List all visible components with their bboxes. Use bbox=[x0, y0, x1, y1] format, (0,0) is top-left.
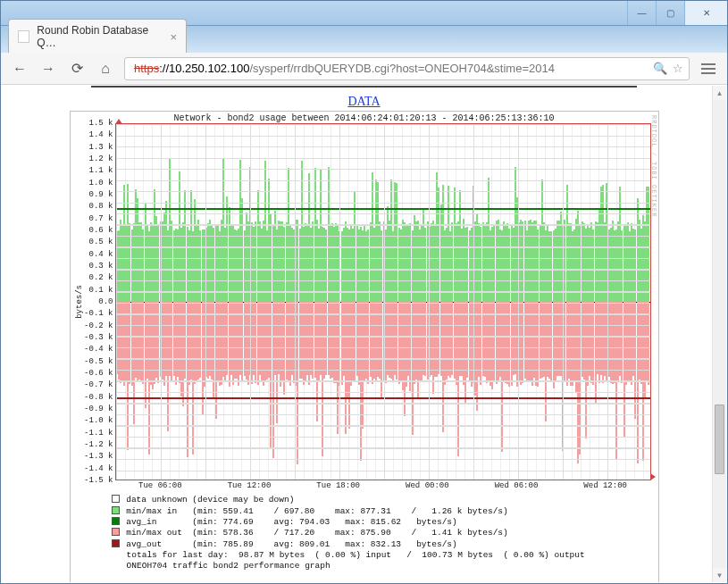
x-tick: Tue 06:00 bbox=[138, 481, 182, 490]
y-tick: 0.1 k bbox=[88, 286, 113, 295]
y-tick: 0.0 bbox=[98, 297, 113, 306]
reload-icon: ⟳ bbox=[71, 60, 83, 77]
scroll-up-button[interactable]: ▲ bbox=[713, 86, 726, 100]
back-button[interactable]: ← bbox=[10, 59, 29, 79]
y-tick: -0.2 k bbox=[84, 321, 113, 330]
x-axis-arrow-icon bbox=[650, 473, 656, 480]
y-tick: 0.8 k bbox=[88, 202, 113, 211]
y-tick: -0.1 k bbox=[84, 309, 113, 318]
page-scrollbar[interactable]: ▲ ▼ bbox=[712, 86, 726, 582]
legend-minmax-in: min/max in (min: 559.41 / 697.80 max: 87… bbox=[126, 506, 508, 516]
legend-swatch-avg-in-icon bbox=[112, 517, 120, 525]
y-tick: 1.0 k bbox=[88, 179, 113, 188]
x-tick: Wed 12:00 bbox=[583, 481, 627, 490]
y-tick: -1.1 k bbox=[84, 429, 113, 438]
address-bar[interactable]: https ://10.250.102.100 /sysperf/rrdbQUE… bbox=[124, 57, 690, 80]
y-tick: 0.6 k bbox=[88, 226, 113, 235]
x-tick: Wed 06:00 bbox=[495, 481, 539, 490]
maximize-icon: ▢ bbox=[666, 8, 674, 18]
zoom-icon[interactable]: 🔍 bbox=[653, 62, 667, 75]
y-tick: 0.3 k bbox=[88, 262, 113, 271]
browser-menu-button[interactable] bbox=[699, 63, 718, 74]
y-tick: -0.6 k bbox=[84, 369, 113, 378]
scroll-down-button[interactable]: ▼ bbox=[713, 568, 726, 582]
back-icon: ← bbox=[13, 61, 27, 77]
window-minimize-button[interactable]: — bbox=[627, 1, 656, 25]
bookmark-star-icon[interactable]: ☆ bbox=[673, 62, 683, 75]
y-tick: 0.5 k bbox=[88, 238, 113, 246]
chart-legend: data unknown (device may be down) min/ma… bbox=[71, 480, 658, 582]
x-tick: Wed 00:00 bbox=[406, 481, 449, 490]
y-tick: -1.2 k bbox=[84, 440, 113, 449]
horizontal-rule bbox=[91, 86, 637, 88]
legend-swatch-avg-out-icon bbox=[112, 539, 120, 547]
browser-toolbar: ← → ⟳ ⌂ https ://10.250.102.100 /sysperf… bbox=[1, 53, 727, 85]
url-host: ://10.250.102.100 bbox=[159, 62, 249, 75]
window-frame: — ▢ ✕ Round Robin Database Q… × ← → ⟳ ⌂ … bbox=[0, 0, 728, 584]
y-tick: -0.7 k bbox=[84, 380, 113, 389]
y-tick: -0.5 k bbox=[84, 357, 113, 366]
y-tick: 1.3 k bbox=[88, 143, 113, 152]
scrollbar-thumb[interactable] bbox=[715, 405, 724, 475]
home-icon: ⌂ bbox=[101, 61, 110, 77]
legend-footer: ONEOH704 traffic bond2 performance graph bbox=[112, 561, 331, 571]
y-tick: -1.5 k bbox=[84, 476, 113, 485]
chart-title: Network - bond2 usage between 2014:06:24… bbox=[71, 112, 658, 123]
home-button[interactable]: ⌂ bbox=[96, 59, 115, 79]
window-close-button[interactable]: ✕ bbox=[684, 1, 727, 25]
y-tick: 1.4 k bbox=[88, 130, 113, 139]
y-tick: -1.3 k bbox=[84, 452, 113, 461]
close-icon: ✕ bbox=[703, 8, 710, 18]
legend-unknown: data unknown (device may be down) bbox=[126, 495, 294, 505]
y-axis-arrow-icon bbox=[115, 119, 122, 124]
avg-out-line bbox=[116, 397, 650, 399]
minimize-icon: — bbox=[638, 8, 647, 18]
rrdtool-watermark: RRDTOOL / TOBI OETIKER bbox=[650, 115, 657, 217]
y-tick: 0.9 k bbox=[88, 190, 113, 199]
zero-line bbox=[116, 302, 650, 303]
x-tick: Tue 18:00 bbox=[316, 481, 360, 490]
x-tick: Tue 12:00 bbox=[228, 481, 272, 490]
legend-swatch-minmax-out-icon bbox=[112, 528, 120, 536]
hamburger-icon bbox=[701, 63, 715, 65]
plot-area: Tue 06:00Tue 12:00Tue 18:00Wed 00:00Wed … bbox=[115, 123, 651, 480]
y-tick: -1.4 k bbox=[84, 464, 113, 473]
network-chart: Network - bond2 usage between 2014:06:24… bbox=[70, 111, 659, 582]
y-tick: 0.7 k bbox=[88, 214, 113, 223]
bars-layer bbox=[116, 124, 650, 480]
y-axis-label: bytes/s bbox=[74, 285, 85, 319]
y-tick: 1.5 k bbox=[88, 119, 113, 128]
browser-tab[interactable]: Round Robin Database Q… × bbox=[8, 19, 187, 53]
browser-tabstrip: Round Robin Database Q… × bbox=[1, 26, 727, 53]
y-axis: 1.5 k1.4 k1.3 k1.2 k1.1 k1.0 k0.9 k0.8 k… bbox=[85, 123, 115, 480]
legend-swatch-unknown-icon bbox=[112, 495, 120, 503]
legend-avg-out: avg_out (min: 785.89 avg: 809.01 max: 83… bbox=[126, 539, 457, 549]
legend-avg-in: avg_in (min: 774.69 avg: 794.03 max: 815… bbox=[126, 517, 457, 527]
tab-close-button[interactable]: × bbox=[170, 31, 177, 43]
url-path: /sysperf/rrdbQUERYDB.cgi?host=ONEOH704&s… bbox=[249, 62, 555, 75]
page-content: DATA Network - bond2 usage between 2014:… bbox=[2, 86, 726, 582]
y-tick: 0.2 k bbox=[88, 273, 113, 282]
data-link[interactable]: DATA bbox=[347, 95, 380, 108]
avg-in-line bbox=[116, 208, 650, 210]
url-protocol: https bbox=[134, 62, 159, 75]
legend-totals: totals for last day: 98.87 M bytes ( 0.0… bbox=[112, 550, 585, 560]
y-tick: -0.3 k bbox=[84, 333, 113, 342]
y-tick: -0.4 k bbox=[84, 345, 113, 354]
forward-button[interactable]: → bbox=[38, 59, 58, 79]
y-tick: -0.9 k bbox=[84, 405, 113, 413]
y-tick: -1.0 k bbox=[84, 416, 113, 425]
window-maximize-button[interactable]: ▢ bbox=[656, 1, 684, 25]
y-tick: -0.8 k bbox=[84, 393, 113, 402]
legend-swatch-minmax-in-icon bbox=[112, 506, 120, 514]
tab-title: Round Robin Database Q… bbox=[37, 24, 163, 49]
y-tick: 1.1 k bbox=[88, 166, 113, 175]
y-tick: 1.2 k bbox=[88, 154, 113, 163]
legend-minmax-out: min/max out (min: 578.36 / 717.20 max: 8… bbox=[126, 528, 508, 538]
scrollbar-track[interactable] bbox=[713, 100, 726, 568]
forward-icon: → bbox=[41, 61, 55, 77]
tab-favicon-icon bbox=[18, 30, 29, 43]
y-tick: 0.4 k bbox=[88, 250, 113, 259]
reload-button[interactable]: ⟳ bbox=[67, 59, 87, 79]
